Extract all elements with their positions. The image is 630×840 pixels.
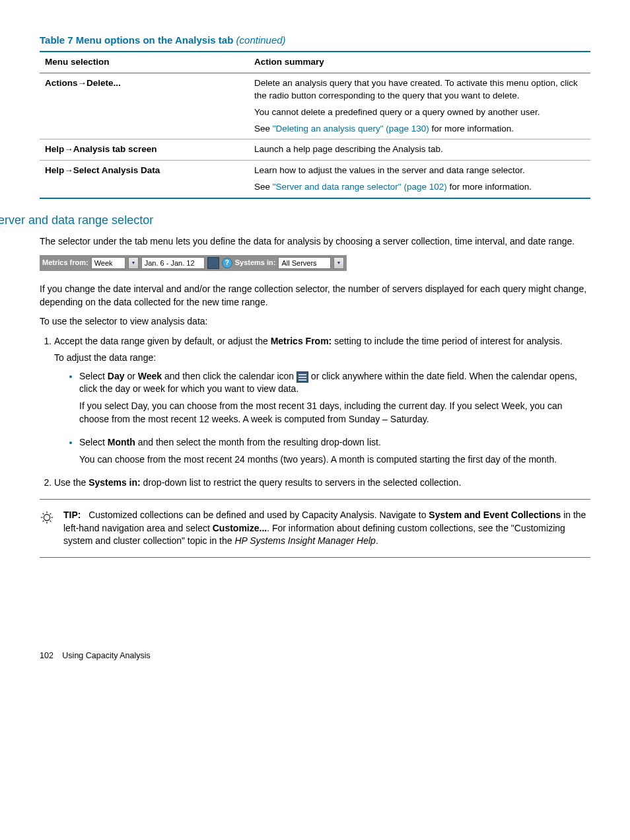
body-paragraph: If you select Day, you can choose from t… <box>79 400 590 426</box>
svg-line-8 <box>50 514 52 515</box>
table-row: Actions→Delete... Delete an analysis que… <box>40 73 590 139</box>
help-icon[interactable]: ? <box>222 258 232 268</box>
body-paragraph: If you change the date interval and and/… <box>40 283 590 309</box>
page-number: 102 <box>40 651 53 660</box>
divider <box>40 499 590 500</box>
tip-block: TIP: Customized collections can be defin… <box>40 509 590 548</box>
steps-list: Accept the data range given by default, … <box>40 335 590 490</box>
page-footer: 102 Using Capacity Analysis <box>40 650 590 662</box>
list-item: Use the Systems in: drop-down list to re… <box>54 477 590 490</box>
doc-link[interactable]: "Deleting an analysis query" (page 130) <box>273 124 429 134</box>
intro-paragraph: The selector under the tab menu lets you… <box>40 235 590 248</box>
svg-line-5 <box>43 514 44 515</box>
sub-list: Select Day or Week and then click the ca… <box>54 370 590 467</box>
table-row: Help→Analysis tab screen Launch a help p… <box>40 139 590 161</box>
interval-dropdown-icon[interactable] <box>128 257 139 269</box>
menu-options-table: Menu selection Action summary Actions→De… <box>40 51 590 199</box>
svg-line-6 <box>50 521 52 522</box>
systems-in-label: Systems in: <box>235 258 276 268</box>
metrics-from-label: Metrics from: <box>42 258 88 268</box>
menu-selection-cell: Help→Select Analysis Data <box>40 161 249 198</box>
svg-line-7 <box>43 521 44 522</box>
svg-point-0 <box>44 514 50 520</box>
table-title-continued: (continued) <box>236 34 286 46</box>
doc-link[interactable]: "Server and data range selector" (page 1… <box>273 182 447 192</box>
table-row: Help→Select Analysis Data Learn how to a… <box>40 161 590 198</box>
section-heading: Server and data range selector <box>0 212 590 229</box>
summary-text: You cannot delete a predefined query or … <box>254 106 585 119</box>
calendar-icon[interactable] <box>207 257 219 269</box>
list-item: Select Month and then select the month f… <box>79 436 590 466</box>
body-paragraph: You can choose from the most recent 24 m… <box>79 453 590 467</box>
summary-text: Delete an analysis query that you have c… <box>254 77 585 102</box>
systems-dropdown-icon[interactable] <box>333 257 344 269</box>
interval-select[interactable]: Week <box>91 257 125 269</box>
summary-text: See "Deleting an analysis query" (page 1… <box>254 123 585 135</box>
menu-selection-cell: Actions→Delete... <box>40 73 249 139</box>
data-range-selector: Metrics from: Week Jan. 6 - Jan. 12 ? Sy… <box>40 255 347 271</box>
list-item: Select Day or Week and then click the ca… <box>79 370 590 426</box>
systems-select[interactable]: All Servers <box>278 257 331 269</box>
body-paragraph: To adjust the data range: <box>54 352 590 365</box>
tip-text: TIP: Customized collections can be defin… <box>63 509 590 548</box>
menu-selection-cell: Help→Analysis tab screen <box>40 139 249 161</box>
col-action-summary: Action summary <box>249 52 590 73</box>
summary-text: See "Server and data range selector" (pa… <box>254 181 585 194</box>
tip-icon <box>40 509 54 527</box>
list-item: Accept the data range given by default, … <box>54 335 590 467</box>
action-summary-cell: Launch a help page describing the Analys… <box>249 139 590 161</box>
footer-label: Using Capacity Analysis <box>62 651 150 660</box>
divider <box>40 557 590 558</box>
table-title-main: Table 7 Menu options on the Analysis tab <box>40 34 236 46</box>
date-range-field[interactable]: Jan. 6 - Jan. 12 <box>141 257 205 269</box>
summary-text: Launch a help page describing the Analys… <box>254 143 585 156</box>
table-title: Table 7 Menu options on the Analysis tab… <box>40 33 590 47</box>
col-menu-selection: Menu selection <box>40 52 249 73</box>
summary-text: Learn how to adjust the values in the se… <box>254 165 585 177</box>
action-summary-cell: Delete an analysis query that you have c… <box>249 73 590 139</box>
calendar-icon <box>297 371 308 383</box>
action-summary-cell: Learn how to adjust the values in the se… <box>249 161 590 198</box>
body-paragraph: To use the selector to view analysis dat… <box>40 315 590 328</box>
